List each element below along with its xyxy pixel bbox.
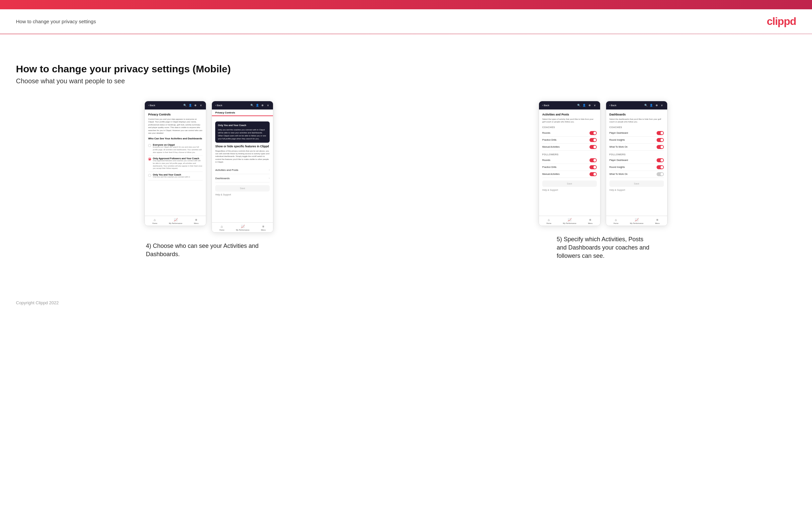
people-icon-2[interactable]: 👤 <box>255 104 259 107</box>
nav-menu-2[interactable]: ≡ Menu <box>261 225 266 231</box>
search-icon-4[interactable]: 🔍 <box>644 104 648 107</box>
back-button-4[interactable]: ‹ Back <box>609 104 616 107</box>
home-icon-4: ⌂ <box>615 218 617 222</box>
radio-option-approved[interactable]: Only Approved Followers and Your Coach O… <box>148 156 203 172</box>
toggle-followers-drills: Practice Drills <box>542 164 597 171</box>
toggle-coaches-manual-switch[interactable] <box>590 145 597 149</box>
radio-coach-only[interactable] <box>148 174 151 177</box>
nav-home-3[interactable]: ⌂ Home <box>546 218 551 224</box>
search-icon-3[interactable]: 🔍 <box>577 104 581 107</box>
toggle-followers-manual-switch[interactable] <box>590 172 597 176</box>
privacy-tab[interactable]: Privacy Controls <box>215 111 235 116</box>
header-icons-3: 🔍 👤 ⊕ ∨ <box>577 104 597 107</box>
page-content: How to change your privacy settings (Mob… <box>0 48 812 280</box>
people-icon-3[interactable]: 👤 <box>582 104 586 107</box>
phone-mockup-3: ‹ Back 🔍 👤 ⊕ ∨ Activities and Posts Sele… <box>539 101 601 226</box>
radio-everyone-text: Everyone on Clippd Everyone on Clippd ca… <box>153 144 203 154</box>
save-button-4[interactable]: Save <box>609 180 664 187</box>
nav-menu-3[interactable]: ≡ Menu <box>588 218 593 224</box>
toggle-d-followers-insights-switch[interactable] <box>657 165 664 169</box>
toggle-d-followers-work-switch[interactable] <box>657 172 664 176</box>
toggle-d-followers-player-switch[interactable] <box>657 158 664 162</box>
breadcrumb: How to change your privacy settings <box>16 18 96 24</box>
toggle-coaches-drills: Practice Drills <box>542 137 597 144</box>
phone-nav-1: ⌂ Home 📈 My Performance ≡ Menu <box>145 216 206 226</box>
menu-dots-icon-4[interactable]: ∨ <box>660 104 664 107</box>
privacy-tab-bar: Privacy Controls <box>212 110 273 116</box>
save-button-2[interactable]: Save <box>215 185 270 191</box>
help-support-3: Help & Support <box>542 189 597 191</box>
search-icon[interactable]: 🔍 <box>183 104 187 107</box>
toggle-d-coaches-insights-switch[interactable] <box>657 138 664 142</box>
nav-menu-1[interactable]: ≡ Menu <box>194 218 199 224</box>
nav-home-4[interactable]: ⌂ Home <box>613 218 618 224</box>
header-icons-2: 🔍 👤 ⊕ ∨ <box>250 104 270 107</box>
settings-icon-3[interactable]: ⊕ <box>588 104 592 107</box>
toggle-d-coaches-player-switch[interactable] <box>657 131 664 135</box>
nav-performance-4[interactable]: 📈 My Performance <box>630 218 643 224</box>
menu-dots-icon[interactable]: ∨ <box>199 104 203 107</box>
settings-icon-2[interactable]: ⊕ <box>261 104 264 107</box>
people-icon[interactable]: 👤 <box>188 104 192 107</box>
toggle-coaches-rounds: Rounds <box>542 130 597 137</box>
people-icon-4[interactable]: 👤 <box>650 104 653 107</box>
back-button-2[interactable]: ‹ Back <box>215 104 222 107</box>
menu-dots-icon-3[interactable]: ∨ <box>593 104 597 107</box>
settings-icon-4[interactable]: ⊕ <box>655 104 659 107</box>
nav-performance-2[interactable]: 📈 My Performance <box>236 225 249 231</box>
menu-dashboards[interactable]: Dashboards › <box>215 174 270 182</box>
radio-approved-text: Only Approved Followers and Your Coach O… <box>153 157 203 170</box>
tooltip-bubble: Only You and Your Coach Only you and the… <box>215 121 270 143</box>
radio-approved[interactable] <box>148 158 151 161</box>
chevron-dashboards: › <box>269 176 270 180</box>
copyright: Copyright Clippd 2022 <box>0 280 812 313</box>
screenshot-group-right: ‹ Back 🔍 👤 ⊕ ∨ Activities and Posts Sele… <box>410 101 796 261</box>
phone-header-1: ‹ Back 🔍 👤 ⊕ ∨ <box>145 101 206 110</box>
nav-home-2[interactable]: ⌂ Home <box>219 225 224 231</box>
header: How to change your privacy settings clip… <box>0 9 812 34</box>
phone-body-4: Dashboards Select the dashboards that yo… <box>606 110 667 216</box>
menu-activities-posts[interactable]: Activities and Posts › <box>215 166 270 174</box>
back-button-3[interactable]: ‹ Back <box>542 104 549 107</box>
phone-mockup-1: ‹ Back 🔍 👤 ⊕ ∨ Privacy Controls Control … <box>145 101 206 226</box>
toggle-followers-drills-switch[interactable] <box>590 165 597 169</box>
home-icon-2: ⌂ <box>221 225 223 228</box>
toggle-followers-manual: Manual Activities <box>542 171 597 178</box>
radio-option-everyone[interactable]: Everyone on Clippd Everyone on Clippd ca… <box>148 142 203 156</box>
toggle-coaches-manual: Manual Activities <box>542 144 597 151</box>
privacy-controls-desc: Control how you and your data appears to… <box>148 118 203 134</box>
nav-menu-4[interactable]: ≡ Menu <box>655 218 660 224</box>
logo: clippd <box>767 15 796 27</box>
activities-posts-title: Activities and Posts <box>542 113 597 116</box>
nav-home-1[interactable]: ⌂ Home <box>152 218 157 224</box>
save-button-3[interactable]: Save <box>542 180 597 187</box>
screenshot-pair-34: ‹ Back 🔍 👤 ⊕ ∨ Activities and Posts Sele… <box>539 101 667 226</box>
page-title: How to change your privacy settings (Mob… <box>16 63 796 75</box>
nav-performance-3[interactable]: 📈 My Performance <box>563 218 576 224</box>
chevron-left-icon-2: ‹ <box>215 104 216 107</box>
radio-everyone[interactable] <box>148 144 151 147</box>
phone-mockup-4: ‹ Back 🔍 👤 ⊕ ∨ Dashboards Select the das… <box>606 101 667 226</box>
chevron-left-icon: ‹ <box>148 104 149 107</box>
toggle-coaches-drills-switch[interactable] <box>590 138 597 142</box>
nav-performance-1[interactable]: 📈 My Performance <box>169 218 182 224</box>
phone-nav-4: ⌂ Home 📈 My Performance ≡ Menu <box>606 216 667 226</box>
show-hide-title: Show or hide specific features in Clippd <box>215 145 270 148</box>
menu-icon-3: ≡ <box>589 218 591 222</box>
back-button-1[interactable]: ‹ Back <box>148 104 155 107</box>
phone-body-3: Activities and Posts Select the types of… <box>539 110 600 216</box>
phone-body-2: Only You and Your Coach Only you and the… <box>212 116 273 222</box>
toggle-d-coaches-insights: Round Insights <box>609 137 664 144</box>
toggle-followers-rounds-switch[interactable] <box>590 158 597 162</box>
phone-header-2: ‹ Back 🔍 👤 ⊕ ∨ <box>212 101 273 110</box>
screenshot-group-left: ‹ Back 🔍 👤 ⊕ ∨ Privacy Controls Control … <box>16 101 402 259</box>
phone-header-3: ‹ Back 🔍 👤 ⊕ ∨ <box>539 101 600 110</box>
radio-option-coach-only[interactable]: Only You and Your Coach Only you and the… <box>148 172 203 180</box>
toggle-d-coaches-work-switch[interactable] <box>657 145 664 149</box>
search-icon-2[interactable]: 🔍 <box>250 104 254 107</box>
toggle-coaches-rounds-switch[interactable] <box>590 131 597 135</box>
caption-5: 5) Specify which Activities, Posts and D… <box>557 235 649 261</box>
menu-dots-icon-2[interactable]: ∨ <box>266 104 270 107</box>
dashboards-desc: Select the dashboards that you'd like to… <box>609 118 664 123</box>
settings-icon[interactable]: ⊕ <box>194 104 197 107</box>
